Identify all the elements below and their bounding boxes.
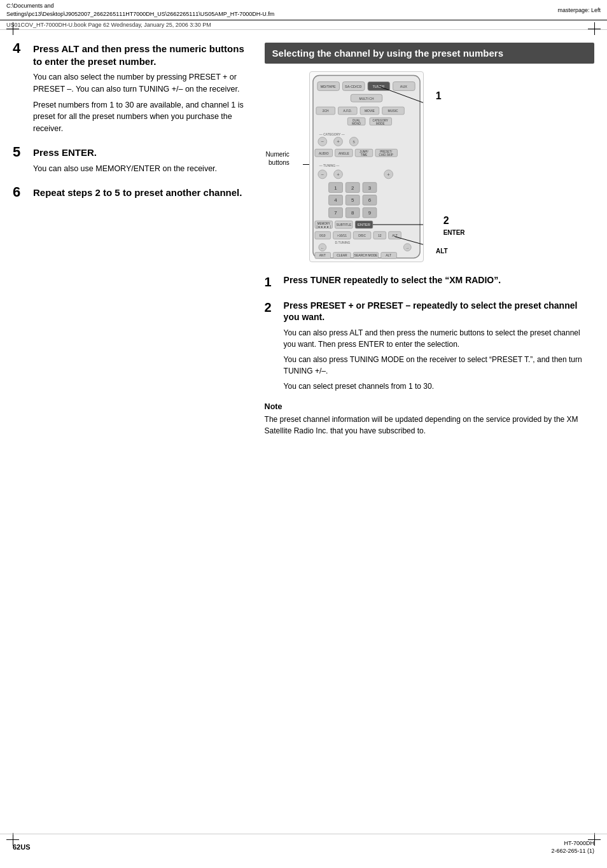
svg-text:+: +: [387, 172, 390, 178]
svg-text:7: 7: [334, 210, 337, 216]
svg-text:>10/11: >10/11: [337, 234, 346, 237]
svg-text:MOVIE: MOVIE: [365, 109, 375, 113]
callout-label-1: 1: [436, 90, 442, 102]
svg-text:8: 8: [351, 210, 354, 216]
step-4-number: 4: [13, 41, 31, 55]
svg-text:DISC: DISC: [358, 234, 366, 237]
step-5-body1: You can also use MEMORY/ENTER on the rec…: [33, 163, 246, 175]
right-step-2-body2: You can also press TUNING MODE on the re…: [284, 354, 594, 377]
right-step-2-title: Press PRESET + or PRESET – repeatedly to…: [284, 300, 594, 323]
footer: 62US HT-7000DH 2-662-265-11 (1): [0, 834, 607, 855]
alt-callout: ALT: [436, 248, 448, 255]
note-body: The preset channel information will be u…: [265, 414, 594, 437]
right-step-1-block: 1 Press TUNER repeatedly to select the “…: [265, 274, 594, 290]
svg-text:2CH: 2CH: [322, 109, 328, 113]
right-step-2-body: You can also press ALT and then press th…: [265, 327, 594, 392]
numeric-buttons-label: Numericbuttons: [266, 150, 290, 167]
svg-text:TIME: TIME: [360, 153, 367, 157]
svg-text:+: +: [337, 139, 340, 145]
step-4-header: 4 Press ALT and then press the numeric b…: [13, 43, 246, 67]
step-5-body: You can also use MEMORY/ENTER on the rec…: [13, 163, 246, 175]
remote-svg: MD/TAPE SA-CD/CD TUNER AUX MULTI CH 2CH …: [309, 71, 424, 262]
svg-text:6: 6: [368, 198, 371, 204]
right-step-2-block: 2 Press PRESET + or PRESET – repeatedly …: [265, 300, 594, 391]
step-5-block: 5 Press ENTER. You can also use MEMORY/E…: [13, 146, 246, 175]
svg-text:−: −: [321, 172, 324, 178]
step-5-header: 5 Press ENTER.: [13, 146, 246, 159]
svg-text:→: →: [405, 246, 409, 250]
header-left: C:\Documents and Settings\pc13\Desktop\J…: [6, 2, 274, 18]
svg-text:SA-CD/CD: SA-CD/CD: [345, 85, 361, 89]
step-4-body: You can also select the number by pressi…: [13, 71, 246, 135]
right-step-2-number: 2: [265, 300, 280, 315]
note-title: Note: [265, 402, 594, 411]
right-step-1-header: 1 Press TUNER repeatedly to select the “…: [265, 274, 594, 290]
main-content: 4 Press ALT and then press the numeric b…: [0, 30, 607, 794]
enter-label: ENTER: [443, 229, 465, 236]
svg-text:ANGLE: ANGLE: [338, 152, 349, 155]
svg-text:ANT: ANT: [319, 255, 325, 258]
section-title-box: Selecting the channel by using the prese…: [265, 43, 594, 64]
note-section: Note The preset channel information will…: [265, 402, 594, 437]
right-column: Selecting the channel by using the prese…: [265, 43, 594, 781]
numeric-arrow: [303, 164, 309, 165]
enter-callout: 2 ENTER: [443, 214, 465, 237]
header-right: masterpage: Left: [557, 7, 601, 13]
svg-text:|◄◄ ►► |: |◄◄ ►► |: [316, 225, 330, 228]
corner-marker-tl: [6, 22, 19, 35]
svg-text:MULTI CH: MULTI CH: [359, 97, 373, 101]
svg-text:3: 3: [368, 185, 371, 191]
svg-text:−: −: [321, 139, 324, 145]
svg-text:1: 1: [334, 185, 337, 191]
header-bar: C:\Documents and Settings\pc13\Desktop\J…: [0, 0, 607, 20]
svg-text:9: 9: [368, 210, 371, 216]
step-4-body1: You can also select the number by pressi…: [33, 71, 246, 95]
svg-text:MD/TAPE: MD/TAPE: [320, 85, 335, 89]
right-step-1-title: Press TUNER repeatedly to select the “XM…: [284, 274, 501, 286]
step-6-block: 6 Repeat steps 2 to 5 to preset another …: [13, 186, 246, 199]
svg-text:— CATEGORY —: — CATEGORY —: [319, 133, 344, 136]
step-6-number: 6: [13, 185, 31, 199]
step-4-body2: Preset numbers from 1 to 30 are availabl…: [33, 99, 246, 135]
right-step-2-body3: You can select preset channels from 1 to…: [284, 381, 594, 392]
right-step-1-number: 1: [265, 274, 280, 290]
svg-text:AUDIO: AUDIO: [319, 152, 329, 155]
footer-model-line2: 2-662-265-11 (1): [551, 847, 594, 855]
header-path-line1: C:\Documents and: [6, 2, 274, 10]
svg-text:MODE: MODE: [376, 122, 384, 125]
svg-text:D.TUNING: D.TUNING: [335, 241, 350, 244]
step-4-block: 4 Press ALT and then press the numeric b…: [13, 43, 246, 135]
step-6-title: Repeat steps 2 to 5 to preset another ch…: [33, 186, 242, 199]
svg-text:2: 2: [351, 185, 354, 191]
svg-text:MUSIC: MUSIC: [387, 109, 398, 113]
svg-text:AUX: AUX: [400, 85, 407, 89]
right-step-2-header: 2 Press PRESET + or PRESET – repeatedly …: [265, 300, 594, 323]
svg-text:SUBTITLE: SUBTITLE: [336, 223, 351, 227]
svg-text:+: +: [337, 172, 340, 178]
svg-text:— TUNING —: — TUNING —: [319, 164, 339, 167]
svg-text:ALT: ALT: [386, 255, 391, 258]
svg-text:←: ←: [320, 246, 324, 250]
footer-page: 62US: [13, 843, 31, 851]
svg-text:CLEAR: CLEAR: [337, 255, 347, 258]
right-step-2-body1: You can also press ALT and then press th…: [284, 327, 594, 350]
svg-text:5: 5: [351, 198, 354, 204]
corner-marker-tr: [588, 22, 601, 35]
sub-header: US01COV_HT-7000DH-U.book Page 62 Wednesd…: [0, 20, 607, 30]
svg-text:A.F.D.: A.F.D.: [343, 109, 351, 113]
step-5-number: 5: [13, 145, 31, 159]
header-path-line2: Settings\pc13\Desktop\J9052007_266226511…: [6, 10, 274, 18]
remote-wrapper: Numericbuttons MD/TAPE SA-CD/CD TUNER: [309, 71, 424, 264]
callout-label-2: 2: [443, 214, 465, 228]
step-4-title: Press ALT and then press the numeric but…: [33, 43, 246, 67]
svg-text:ENTER: ENTER: [358, 223, 370, 227]
svg-text:SEARCH MODE: SEARCH MODE: [354, 255, 377, 258]
svg-text:CH/D.SKIP: CH/D.SKIP: [379, 153, 393, 157]
footer-model: HT-7000DH 2-662-265-11 (1): [551, 839, 594, 855]
left-column: 4 Press ALT and then press the numeric b…: [13, 43, 252, 781]
step-5-title: Press ENTER.: [33, 146, 97, 159]
remote-area: Numericbuttons MD/TAPE SA-CD/CD TUNER: [265, 71, 594, 264]
footer-model-line1: HT-7000DH: [551, 839, 594, 848]
svg-text:4: 4: [334, 198, 337, 204]
svg-text:MONO: MONO: [352, 122, 361, 125]
